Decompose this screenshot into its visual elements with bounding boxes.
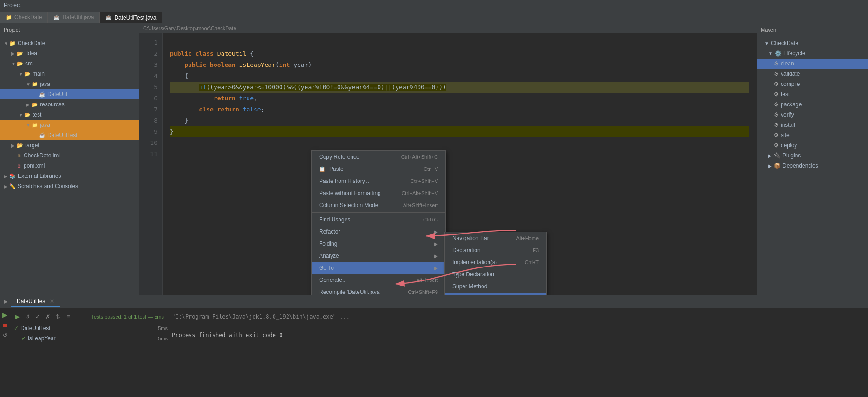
run-icon: ▶ xyxy=(4,299,7,305)
sidebar-item-dateutiltest-label: DateUtilTest xyxy=(47,132,78,138)
run-stop-btn[interactable]: ◼ xyxy=(0,320,10,330)
maven-compile[interactable]: ⚙ compile xyxy=(757,79,868,89)
editor-content[interactable]: 1 2 3 4 5 6 7 8 9 10 11 public class Dat… xyxy=(139,33,757,295)
maven-site[interactable]: ⚙ site xyxy=(757,130,868,140)
goto-super-method[interactable]: Super Method xyxy=(445,280,546,293)
lifecycle-item-icon: ⚙ xyxy=(774,132,779,138)
maven-validate[interactable]: ⚙ validate xyxy=(757,69,868,79)
console-line-3: Process finished with exit code 0 xyxy=(172,331,864,340)
goto-test[interactable]: Test xyxy=(445,293,546,295)
maven-deploy[interactable]: ⚙ deploy xyxy=(757,140,868,150)
sidebar-item-java-main[interactable]: ▼ 📁 java xyxy=(0,79,139,89)
ctx-recompile-label: Recompile 'DateUtil.java' xyxy=(319,289,381,295)
maven-lifecycle[interactable]: ▼ ⚙️ Lifecycle xyxy=(757,48,868,59)
sidebar-item-target[interactable]: ▶ 📂 target xyxy=(0,140,139,150)
chevron-down-icon: ▼ xyxy=(768,51,773,56)
sidebar-item-resources[interactable]: ▶ 📂 resources xyxy=(0,99,139,110)
goto-declaration-label: Declaration xyxy=(452,247,481,254)
goto-submenu: Navigation Bar Alt+Home Declaration F3 I… xyxy=(444,232,547,295)
sidebar-item-external-libs[interactable]: ▶ 📚 External Libraries xyxy=(0,171,139,181)
goto-type-declaration[interactable]: Type Declaration xyxy=(445,268,546,280)
folder-icon: 📂 xyxy=(17,143,23,149)
ctx-paste-history-label: Paste from History... xyxy=(319,178,369,184)
maven-plugins[interactable]: ▶ 🔌 Plugins xyxy=(757,150,868,161)
run-play-btn[interactable]: ▶ xyxy=(0,310,10,319)
maven-dependencies[interactable]: ▶ 📦 Dependencies xyxy=(757,161,868,171)
maven-verify[interactable]: ⚙ verify xyxy=(757,110,868,120)
submenu-arrow-icon: ▶ xyxy=(434,241,438,247)
sidebar-item-java-test[interactable]: ▼ 📁 java xyxy=(0,120,139,130)
run-all-btn[interactable]: ▶ xyxy=(12,312,22,322)
tab-checkdate[interactable]: 📁 CheckDate xyxy=(0,12,48,23)
ctx-recompile[interactable]: Recompile 'DateUtil.java' Ctrl+Shift+F9 xyxy=(312,286,445,295)
sidebar-item-idea[interactable]: ▶ 📂 .idea xyxy=(0,48,139,59)
java-folder-icon: 📁 xyxy=(32,122,38,128)
maven-checkdate[interactable]: ▼ CheckDate xyxy=(757,38,868,48)
toggle-passed-btn[interactable]: ✓ xyxy=(33,312,43,322)
test-item-dateutiltest[interactable]: ✓ DateUtilTest 5ms xyxy=(10,323,168,333)
goto-declaration[interactable]: Declaration F3 xyxy=(445,244,546,256)
maven-deploy-label: deploy xyxy=(781,142,797,149)
tests-status: Tests passed: 1 of 1 test — 5ms xyxy=(91,314,164,319)
sidebar-item-pom-label: pom.xml xyxy=(24,163,45,169)
sidebar-item-iml-label: CheckDate.iml xyxy=(24,152,60,159)
ctx-folding[interactable]: Folding ▶ xyxy=(312,238,445,250)
run-failed-btn[interactable]: ↺ xyxy=(22,312,33,322)
xml-file-icon: 🗎 xyxy=(17,163,22,169)
sidebar-item-test[interactable]: ▼ 📂 test xyxy=(0,110,139,120)
code-line-1 xyxy=(170,37,749,48)
tab-dateutiltest-run[interactable]: DateUtilTest ✕ xyxy=(11,296,60,307)
sidebar-item-iml[interactable]: 🗎 CheckDate.iml xyxy=(0,150,139,161)
maven-test[interactable]: ⚙ test xyxy=(757,89,868,99)
maven-install-label: install xyxy=(781,122,795,128)
tab-dateutiltest-run-label: DateUtilTest xyxy=(17,298,47,305)
ctx-find-usages[interactable]: Find Usages Ctrl+G xyxy=(312,214,445,226)
sidebar-item-target-label: target xyxy=(25,142,39,149)
run-rerun-btn[interactable]: ↺ xyxy=(0,331,10,340)
tab-dateutiltest[interactable]: ☕ DateUtilTest.java xyxy=(100,12,162,23)
ctx-column-mode[interactable]: Column Selection Mode Alt+Shift+Insert xyxy=(312,199,445,211)
toggle-failed-btn[interactable]: ✗ xyxy=(43,312,53,322)
line-num-6: 6 xyxy=(139,93,157,104)
maven-package[interactable]: ⚙ package xyxy=(757,99,868,110)
test-item-isleapyear[interactable]: ✓ isLeapYear 5ms xyxy=(10,333,168,344)
chevron-down-icon: ▼ xyxy=(19,72,24,77)
ctx-paste[interactable]: 📋 Paste Ctrl+V xyxy=(312,163,445,175)
sidebar-item-checkdate[interactable]: ▼ 📁 CheckDate xyxy=(0,38,139,48)
ctx-copy-reference[interactable]: Copy Reference Ctrl+Alt+Shift+C xyxy=(312,151,445,163)
tab-checkdate-icon: 📁 xyxy=(6,14,12,20)
ctx-paste-history[interactable]: Paste from History... Ctrl+Shift+V xyxy=(312,175,445,187)
sidebar-item-src[interactable]: ▼ 📂 src xyxy=(0,59,139,69)
ctx-analyze[interactable]: Analyze ▶ xyxy=(312,250,445,262)
project-icon: 📁 xyxy=(9,40,16,46)
goto-navbar-shortcut: Alt+Home xyxy=(516,235,539,241)
ctx-goto[interactable]: Go To ▶ xyxy=(312,262,445,274)
tab-dateutil[interactable]: ☕ DateUtil.java xyxy=(48,12,100,23)
sidebar-item-dateutiltest[interactable]: ▶ ☕ DateUtilTest xyxy=(0,130,139,140)
goto-navbar[interactable]: Navigation Bar Alt+Home xyxy=(445,232,546,244)
maven-install[interactable]: ⚙ install xyxy=(757,120,868,130)
goto-implementations[interactable]: Implementation(s) Ctrl+T xyxy=(445,256,546,268)
sidebar-item-java-main-label: java xyxy=(40,81,50,87)
maven-verify-label: verify xyxy=(781,111,794,118)
sidebar-item-scratches[interactable]: ▶ ✏️ Scratches and Consoles xyxy=(0,181,139,191)
sidebar-item-pom[interactable]: 🗎 pom.xml xyxy=(0,161,139,171)
sort-btn[interactable]: ⇅ xyxy=(53,312,63,322)
maven-clean[interactable]: ⚙ clean xyxy=(757,59,868,69)
line-numbers: 1 2 3 4 5 6 7 8 9 10 11 xyxy=(139,33,163,295)
sidebar-item-dateutil[interactable]: ▶ ☕ DateUtil xyxy=(0,89,139,99)
test-pass-icon: ✓ xyxy=(14,325,19,332)
close-icon[interactable]: ✕ xyxy=(50,298,54,305)
ctx-generate[interactable]: Generate... Alt+Insert xyxy=(312,274,445,286)
line-num-10: 10 xyxy=(139,137,157,149)
ctx-paste-no-format[interactable]: Paste without Formatting Ctrl+Alt+Shift+… xyxy=(312,187,445,199)
sidebar-item-main[interactable]: ▼ 📂 main xyxy=(0,69,139,79)
ctx-refactor[interactable]: Refactor ▶ xyxy=(312,226,445,238)
sidebar-item-scratches-label: Scratches and Consoles xyxy=(18,183,78,189)
filter-btn[interactable]: ≡ xyxy=(63,312,73,322)
lifecycle-icon: ⚙️ xyxy=(775,50,782,57)
folder-icon: 📂 xyxy=(32,102,38,108)
chevron-down-icon: ▼ xyxy=(11,61,17,66)
line-num-5: 5 xyxy=(139,82,157,93)
plugins-icon: 🔌 xyxy=(774,152,781,159)
